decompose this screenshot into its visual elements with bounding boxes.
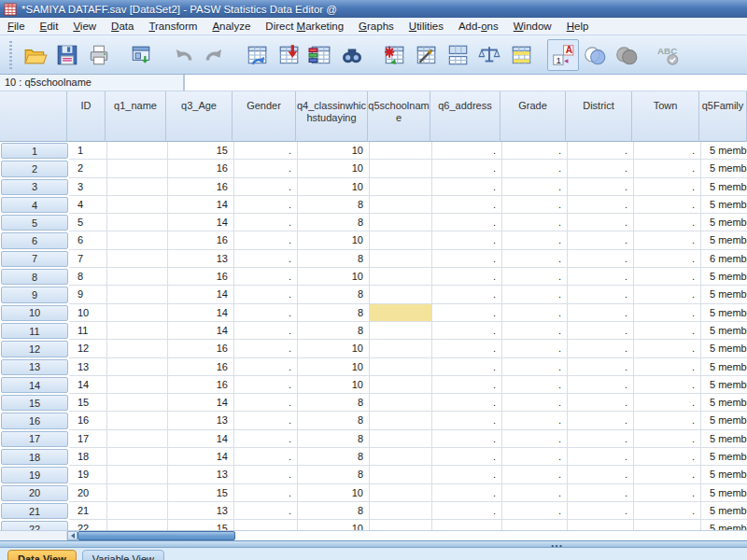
cell-Gender-row13[interactable]: . [234, 358, 298, 376]
row-number-cell[interactable]: 9 [1, 287, 68, 302]
cell-q1_name-row6[interactable] [107, 231, 168, 249]
row-number-cell[interactable]: 10 [1, 305, 68, 321]
cell-q1_name-row10[interactable] [107, 304, 168, 322]
cell-Town-row15[interactable]: . [634, 394, 701, 412]
cell-District-row8[interactable]: . [568, 268, 634, 286]
cell-q1_name-row7[interactable] [107, 250, 168, 268]
row-number-cell[interactable]: 4 [1, 197, 68, 213]
cell-q4_classinwhichstudaying-row6[interactable]: 10 [298, 231, 370, 249]
cell-q1_name-row5[interactable] [107, 214, 168, 231]
menu-help[interactable]: Help [559, 19, 597, 34]
column-header-q5schoolname[interactable]: q5schoolname [368, 91, 430, 142]
cell-q5Family-row17[interactable]: 5 memb [701, 430, 747, 448]
cell-q6_address-row22[interactable]: . [432, 520, 502, 530]
cell-q6_address-row8[interactable]: . [432, 268, 502, 286]
cell-q5schoolname-row22[interactable] [370, 520, 432, 530]
cell-Town-row20[interactable]: . [634, 484, 701, 502]
cell-q1_name-row2[interactable] [107, 160, 168, 177]
cell-ID-row19[interactable]: 19 [69, 466, 107, 483]
insert-cases-button[interactable] [378, 39, 410, 71]
cell-q3_Age-row2[interactable]: 16 [168, 160, 234, 177]
cell-ID-row2[interactable]: 2 [69, 160, 107, 177]
cell-q5Family-row7[interactable]: 6 memb [701, 250, 747, 268]
cell-Town-row13[interactable]: . [634, 358, 701, 376]
menu-data[interactable]: Data [104, 19, 141, 34]
cell-q5schoolname-row17[interactable] [370, 430, 432, 448]
cell-q1_name-row8[interactable] [107, 268, 168, 286]
cell-Grade-row5[interactable]: . [502, 214, 568, 231]
cell-Gender-row3[interactable]: . [234, 178, 298, 196]
cell-q6_address-row4[interactable]: . [432, 196, 502, 214]
cell-Town-row12[interactable]: . [634, 340, 701, 357]
cell-q5Family-row20[interactable]: 5 memb [701, 484, 747, 502]
menu-graphs[interactable]: Graphs [351, 19, 402, 34]
undo-button[interactable] [167, 39, 199, 71]
cell-ID-row11[interactable]: 11 [69, 322, 107, 340]
cell-Town-row8[interactable]: . [634, 268, 701, 286]
cell-q1_name-row12[interactable] [107, 340, 168, 357]
cell-q4_classinwhichstudaying-row12[interactable]: 10 [298, 340, 370, 357]
cell-q5Family-row3[interactable]: 5 memb [701, 178, 747, 196]
cell-q3_Age-row15[interactable]: 14 [168, 394, 234, 412]
cell-q6_address-row6[interactable]: . [432, 231, 502, 249]
cell-q5Family-row21[interactable]: 5 memb [701, 502, 747, 520]
cell-Gender-row1[interactable]: . [234, 142, 298, 160]
cell-Town-row14[interactable]: . [634, 376, 701, 394]
row-number-cell[interactable]: 19 [1, 467, 68, 483]
cell-q5Family-row19[interactable]: 5 memb [701, 466, 747, 483]
cell-Gender-row22[interactable]: . [234, 520, 298, 530]
cell-q6_address-row20[interactable]: . [432, 484, 502, 502]
cell-q5schoolname-row15[interactable] [370, 394, 432, 412]
cell-Grade-row14[interactable]: . [502, 376, 568, 394]
menu-view[interactable]: View [65, 19, 104, 34]
cell-q6_address-row7[interactable]: . [432, 250, 502, 268]
cell-q3_Age-row20[interactable]: 15 [168, 484, 234, 502]
cell-q3_Age-row8[interactable]: 16 [168, 268, 234, 286]
cell-q4_classinwhichstudaying-row2[interactable]: 10 [298, 160, 370, 177]
cell-Town-row4[interactable]: . [634, 196, 701, 214]
cell-q1_name-row1[interactable] [107, 142, 168, 160]
cell-ID-row15[interactable]: 15 [69, 394, 107, 412]
cell-ID-row14[interactable]: 14 [69, 376, 107, 394]
cell-District-row11[interactable]: . [568, 322, 634, 340]
cell-q1_name-row22[interactable] [107, 520, 168, 530]
cell-q5Family-row9[interactable]: 5 memb [701, 286, 747, 303]
scrollbar-thumb[interactable] [78, 531, 235, 540]
cell-q3_Age-row1[interactable]: 15 [168, 142, 234, 160]
cell-Gender-row10[interactable]: . [234, 304, 298, 322]
cell-q6_address-row3[interactable]: . [432, 178, 502, 196]
column-header-District[interactable]: District [566, 91, 632, 142]
menu-transform[interactable]: Transform [141, 19, 204, 34]
cell-q6_address-row9[interactable]: . [432, 286, 502, 303]
cell-Gender-row9[interactable]: . [234, 286, 298, 303]
cell-District-row17[interactable]: . [568, 430, 634, 448]
cell-q6_address-row21[interactable]: . [432, 502, 502, 520]
cell-q5Family-row10[interactable]: 5 memb [701, 304, 747, 322]
row-number-cell[interactable]: 2 [1, 161, 68, 176]
cell-q6_address-row11[interactable]: . [432, 322, 502, 340]
cell-q4_classinwhichstudaying-row16[interactable]: 8 [298, 412, 370, 429]
row-number-cell[interactable]: 15 [1, 395, 68, 411]
cell-q5Family-row15[interactable]: 5 memb [701, 394, 747, 412]
row-number-cell[interactable]: 16 [1, 413, 68, 428]
tab-data-view[interactable]: Data View [7, 550, 77, 560]
cell-ID-row9[interactable]: 9 [69, 286, 107, 303]
cell-q5Family-row4[interactable]: 5 memb [701, 196, 747, 214]
cell-Town-row17[interactable]: . [634, 430, 701, 448]
cell-ID-row20[interactable]: 20 [69, 484, 107, 502]
cell-q6_address-row5[interactable]: . [432, 214, 502, 231]
cell-q4_classinwhichstudaying-row10[interactable]: 8 [298, 304, 370, 322]
cell-Grade-row18[interactable]: . [502, 448, 568, 466]
cell-q5schoolname-row19[interactable] [370, 466, 432, 483]
cell-q1_name-row3[interactable] [107, 178, 168, 196]
cell-q3_Age-row18[interactable]: 14 [168, 448, 234, 466]
cell-District-row1[interactable]: . [568, 142, 634, 160]
cell-Town-row3[interactable]: . [634, 178, 701, 196]
cell-Gender-row19[interactable]: . [234, 466, 298, 483]
cell-q4_classinwhichstudaying-row21[interactable]: 8 [298, 502, 370, 520]
open-data-button[interactable] [20, 39, 51, 71]
cell-Grade-row9[interactable]: . [502, 286, 568, 303]
cell-q5Family-row14[interactable]: 5 memb [701, 376, 747, 394]
row-number-cell[interactable]: 1 [1, 143, 68, 159]
row-number-cell[interactable]: 14 [1, 377, 68, 393]
